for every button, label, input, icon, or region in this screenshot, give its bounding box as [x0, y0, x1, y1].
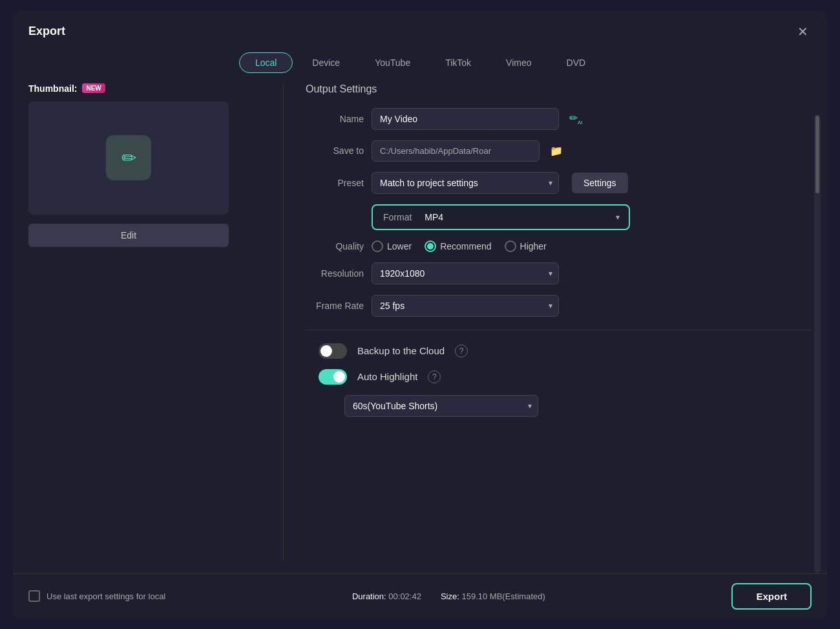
export-dialog: Export ✕ Local Device YouTube TikTok Vim… [13, 11, 827, 619]
tab-device[interactable]: Device [297, 52, 355, 73]
tab-vimeo[interactable]: Vimeo [490, 52, 547, 73]
thumbnail-preview: ✏ [28, 101, 229, 215]
quality-higher-label: Higher [520, 241, 547, 251]
auto-highlight-dropdown-row: 60s(YouTube Shorts) 30s(Instagram Reels)… [306, 395, 812, 417]
quality-row: Quality Lower Recommend Higher [306, 240, 812, 252]
export-button[interactable]: Export [731, 583, 812, 610]
tab-tiktok[interactable]: TikTok [430, 52, 487, 73]
preset-select[interactable]: Match to project settings [372, 172, 559, 194]
quality-radio-group: Lower Recommend Higher [372, 240, 547, 252]
format-select-inner: MP4 MOV AVI MKV ▾ [419, 208, 626, 226]
left-panel: Thumbnail: NEW ✏ Edit [28, 83, 261, 560]
tab-youtube[interactable]: YouTube [359, 52, 426, 73]
frame-rate-select-wrap: 25 fps 30 fps 60 fps 24 fps ▾ [372, 295, 559, 317]
backup-cloud-toggle[interactable] [319, 343, 347, 359]
auto-highlight-label: Auto Highlight [357, 371, 417, 382]
quality-higher-radio[interactable] [505, 240, 516, 252]
vertical-divider [283, 83, 284, 560]
quality-lower-option[interactable]: Lower [372, 240, 412, 252]
preset-label: Preset [306, 178, 364, 188]
quality-recommend-label: Recommend [440, 241, 491, 251]
content-area: Thumbnail: NEW ✏ Edit Output Settings Na… [13, 83, 827, 573]
name-row: Name ✏AI [306, 108, 812, 130]
new-badge: NEW [82, 83, 105, 93]
output-settings-title: Output Settings [306, 83, 812, 95]
size-label: Size: [441, 592, 459, 601]
thumbnail-label: Thumbnail: NEW [28, 83, 261, 94]
use-last-checkbox[interactable] [28, 590, 40, 602]
tab-bar: Local Device YouTube TikTok Vimeo DVD [13, 47, 827, 83]
use-last-label: Use last export settings for local [47, 592, 165, 601]
duration-info: Duration: 00:02:42 [352, 592, 421, 601]
auto-highlight-help-icon[interactable]: ? [428, 370, 441, 383]
quality-label: Quality [306, 241, 364, 251]
quality-lower-radio[interactable] [372, 240, 383, 252]
auto-highlight-select[interactable]: 60s(YouTube Shorts) 30s(Instagram Reels)… [344, 395, 538, 417]
name-input[interactable] [372, 108, 559, 130]
resolution-label: Resolution [306, 268, 364, 279]
pencil-icon: ✏ [121, 147, 136, 169]
tab-local[interactable]: Local [239, 52, 293, 73]
right-panel: Output Settings Name ✏AI Save to C:/User… [306, 83, 812, 560]
scrollbar[interactable] [814, 114, 821, 573]
backup-cloud-help-icon[interactable]: ? [455, 345, 468, 357]
frame-rate-row: Frame Rate 25 fps 30 fps 60 fps 24 fps ▾ [306, 295, 812, 317]
dialog-header: Export ✕ [13, 11, 827, 47]
duration-label: Duration: [352, 592, 386, 601]
frame-rate-select[interactable]: 25 fps 30 fps 60 fps 24 fps [372, 295, 559, 317]
duration-value: 00:02:42 [388, 592, 421, 601]
quality-lower-label: Lower [387, 241, 412, 251]
format-row: Format MP4 MOV AVI MKV ▾ [306, 204, 812, 230]
auto-highlight-select-wrap: 60s(YouTube Shorts) 30s(Instagram Reels)… [344, 395, 538, 417]
preset-select-wrap: Match to project settings ▾ [372, 172, 559, 194]
settings-button[interactable]: Settings [572, 173, 628, 193]
use-last-settings: Use last export settings for local [28, 590, 165, 602]
bottom-bar: Use last export settings for local Durat… [13, 573, 827, 619]
format-label: Format [375, 209, 419, 225]
resolution-select-wrap: 1920x1080 1280x720 3840x2160 ▾ [372, 262, 559, 284]
bottom-info: Duration: 00:02:42 Size: 159.10 MB(Estim… [352, 592, 545, 601]
close-button[interactable]: ✕ [793, 23, 812, 41]
resolution-row: Resolution 1920x1080 1280x720 3840x2160 … [306, 262, 812, 284]
folder-icon[interactable]: 📁 [550, 145, 563, 157]
backup-cloud-label: Backup to the Cloud [357, 345, 445, 356]
size-info: Size: 159.10 MB(Estimated) [441, 592, 545, 601]
save-to-row: Save to C:/Users/habib/AppData/Roar 📁 [306, 140, 812, 162]
quality-recommend-option[interactable]: Recommend [425, 240, 491, 252]
auto-highlight-row: Auto Highlight ? [306, 369, 812, 385]
dialog-title: Export [28, 25, 65, 38]
frame-rate-label: Frame Rate [306, 301, 364, 311]
edit-button[interactable]: Edit [28, 224, 229, 247]
preset-row: Preset Match to project settings ▾ Setti… [306, 172, 812, 194]
save-to-label: Save to [306, 145, 364, 156]
format-select-box: Format MP4 MOV AVI MKV ▾ [372, 204, 630, 230]
thumbnail-icon-wrap: ✏ [106, 135, 151, 180]
path-display: C:/Users/habib/AppData/Roar [372, 140, 540, 162]
scrollbar-thumb [815, 116, 819, 193]
section-divider [306, 330, 812, 330]
auto-highlight-slider [319, 369, 347, 385]
ai-icon[interactable]: ✏AI [569, 112, 583, 125]
backup-cloud-slider [319, 343, 347, 359]
auto-highlight-toggle[interactable] [319, 369, 347, 385]
backup-cloud-row: Backup to the Cloud ? [306, 343, 812, 359]
format-select[interactable]: MP4 MOV AVI MKV [419, 208, 626, 226]
tab-dvd[interactable]: DVD [551, 52, 602, 73]
name-label: Name [306, 114, 364, 124]
quality-recommend-radio[interactable] [425, 240, 436, 252]
resolution-select[interactable]: 1920x1080 1280x720 3840x2160 [372, 262, 559, 284]
size-value: 159.10 MB(Estimated) [461, 592, 545, 601]
quality-higher-option[interactable]: Higher [505, 240, 547, 252]
